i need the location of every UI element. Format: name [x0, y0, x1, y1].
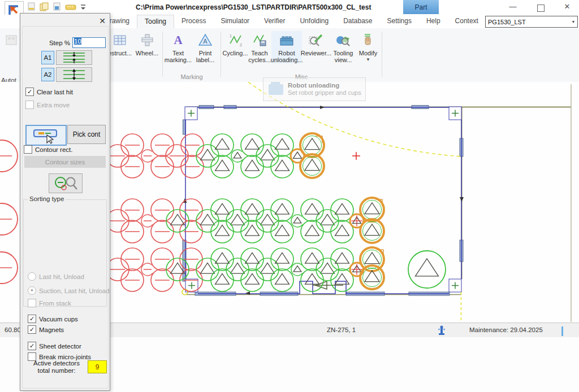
status-maintenance: Maintenance: 29.04.2025 — [469, 326, 543, 333]
autotool-icon[interactable] — [5, 34, 18, 47]
save-icon[interactable] — [27, 2, 36, 12]
wheel-icon — [140, 32, 154, 48]
tab-verifier[interactable]: Verifier — [257, 15, 292, 28]
ribbon-separator — [162, 32, 163, 77]
ribbon-button-wheel[interactable]: Wheel... — [133, 31, 161, 56]
ribbon-button-tooling-view[interactable]: Tooling view... — [330, 31, 356, 63]
a1-button[interactable]: A1 — [41, 51, 54, 64]
grid-icon — [113, 32, 127, 48]
active-detectors-value: 9 — [88, 360, 107, 373]
status-indicator-bar — [561, 326, 563, 336]
a2-button[interactable]: A2 — [41, 68, 54, 81]
ribbon-group-label-marking: Marking — [165, 73, 219, 80]
tooling-view-icon — [335, 32, 351, 48]
report-icon[interactable] — [53, 2, 62, 12]
a1-distribute-button[interactable] — [56, 50, 92, 65]
dialog-close-button[interactable]: ✕ — [99, 16, 106, 25]
part-mode-button[interactable]: Part — [403, 0, 439, 14]
zoom-out-button[interactable] — [49, 173, 83, 193]
window-title: C:\Prima Power\ncexpress\PG1530_LST\PART… — [136, 3, 362, 11]
chevron-down-icon: ▼ — [569, 20, 577, 24]
cycling-icon: 12 — [228, 32, 243, 48]
ribbon-button-restruct[interactable]: estruct... — [106, 31, 133, 56]
from-stack-checkbox: From stack — [28, 299, 71, 307]
unloading-settings-dialog: ✕ Step % 10 A1 A2 ✓ Clear last hit Extra… — [20, 13, 110, 391]
tab-context[interactable]: Context — [448, 15, 486, 28]
tab-process[interactable]: Process — [174, 15, 213, 28]
cup-pick-cursor-icon — [32, 127, 61, 144]
tab-simulator[interactable]: Simulator — [213, 15, 257, 28]
quick-access-toolbar — [27, 2, 87, 12]
distribute-inward-icon — [61, 51, 87, 64]
distribute-outward-icon — [61, 68, 87, 81]
pick-cont-button[interactable]: Pick cont — [67, 125, 106, 144]
robot-unloading-icon — [279, 32, 295, 48]
ribbon-button-teach-cycles[interactable]: Teach cycles... — [248, 31, 271, 63]
print-label-icon: A — [198, 32, 213, 48]
step-input[interactable]: 10 — [72, 37, 106, 48]
status-machine: ZN-275, 1 — [327, 326, 356, 333]
zoom-out-icon — [52, 176, 79, 191]
chevron-down-icon[interactable]: ▼ — [366, 57, 370, 62]
ribbon-group-marking: A Text marking... A Print label... Marki… — [165, 28, 219, 81]
copy-icon[interactable] — [40, 2, 49, 12]
machine-select[interactable]: PG1530_LST ▼ — [485, 16, 578, 28]
last-hit-unload-radio: Last hit, Unload — [28, 272, 84, 281]
svg-text:A: A — [174, 33, 183, 47]
extra-move-checkbox: Extra move — [25, 101, 70, 109]
a2-distribute-button[interactable] — [56, 67, 92, 82]
suction-last-hit-unload-radio: ● Suction, Last hit, Unload — [28, 286, 110, 295]
tooltip-subtitle: Set robot gripper and cups — [288, 89, 361, 97]
maximize-button[interactable] — [537, 5, 545, 12]
contour-sizes-button: Contour sizes — [24, 156, 106, 168]
ribbon-button-text-marking[interactable]: A Text marking... — [165, 31, 192, 63]
toolbar-options-icon[interactable] — [80, 3, 87, 11]
magnets-checkbox[interactable]: ✓ Magnets — [28, 325, 64, 334]
tab-help[interactable]: Help — [419, 15, 448, 28]
tab-tooling[interactable]: Tooling — [137, 15, 174, 28]
ribbon-button-robot-unloading[interactable]: Robot unloading... — [271, 31, 302, 63]
ribbon-separator — [221, 32, 221, 77]
svg-text:A: A — [203, 38, 208, 45]
machine-select-value: PG1530_LST — [486, 19, 569, 25]
text-marking-icon: A — [171, 32, 185, 48]
reviewer-icon — [308, 32, 324, 48]
ribbon-tooltip: Robot unloading Set robot gripper and cu… — [263, 77, 366, 101]
svg-text:2: 2 — [240, 43, 242, 47]
modify-hand-icon — [361, 32, 375, 48]
ribbon-button-print-label[interactable]: A Print label... — [192, 31, 219, 63]
ribbon-button-reviewer[interactable]: Reviewer... — [302, 31, 330, 56]
ribbon-tabs: DrawingToolingProcessSimulatorVerifierUn… — [97, 15, 486, 28]
minimize-button[interactable]: — — [504, 2, 521, 11]
measure-icon[interactable] — [65, 3, 76, 11]
step-label: Step % — [37, 40, 70, 46]
tooltip-title: Robot unloading — [288, 82, 361, 89]
vacuum-cups-checkbox[interactable]: ✓ Vacuum cups — [28, 315, 78, 323]
robot-unloading-icon — [269, 84, 283, 95]
tool-status-icon — [437, 325, 446, 336]
tab-unfolding[interactable]: Unfolding — [292, 15, 336, 28]
teach-cycles-icon — [252, 32, 267, 48]
ribbon-button-cycling[interactable]: 12 Cycling... — [223, 31, 248, 56]
sheet-detector-checkbox[interactable]: ✓ Sheet detector — [28, 342, 81, 350]
clear-last-hit-checkbox[interactable]: ✓ Clear last hit — [25, 88, 73, 96]
contour-rect-checkbox[interactable]: Contour rect. — [24, 145, 72, 154]
sorting-type-label: Sorting type — [28, 195, 66, 202]
close-button[interactable]: ✕ — [559, 2, 576, 11]
active-detectors-label: Active detectors total number: — [28, 360, 85, 374]
tab-database[interactable]: Database — [336, 15, 379, 28]
pick-cup-tool-button[interactable] — [25, 125, 67, 146]
ribbon-group-misc: 12 Cycling... Teach cycles... Robot unlo… — [223, 28, 380, 81]
ribbon-group-tools: estruct... Wheel... — [106, 28, 161, 81]
status-coordinate: 60.80 — [5, 326, 21, 333]
ribbon-separator — [382, 32, 382, 77]
ribbon-button-modify[interactable]: Modify ▼ — [356, 31, 380, 62]
svg-text:1: 1 — [230, 34, 232, 38]
tab-settings[interactable]: Settings — [380, 15, 419, 28]
